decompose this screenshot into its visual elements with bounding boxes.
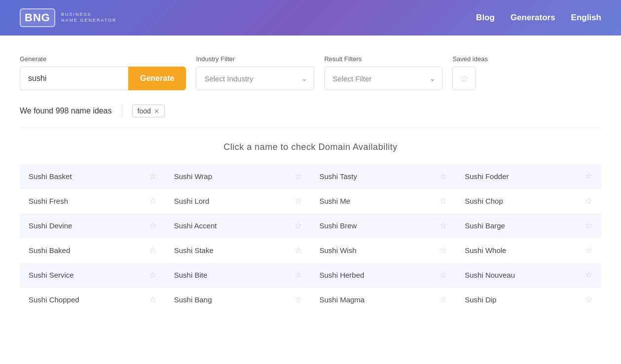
favorite-star-icon[interactable]: ☆ (585, 294, 592, 305)
name-label: Sushi Service (29, 271, 74, 279)
industry-select[interactable]: Select Industry (196, 67, 314, 90)
name-item[interactable]: Sushi Barge☆ (456, 214, 601, 238)
name-item[interactable]: Sushi Fodder☆ (456, 164, 601, 189)
favorite-star-icon[interactable]: ☆ (439, 220, 447, 231)
name-item[interactable]: Sushi Bite☆ (165, 263, 311, 288)
results-divider (122, 104, 122, 118)
name-label: Sushi Whole (465, 246, 506, 255)
name-label: Sushi Herbed (320, 271, 365, 279)
nav-english[interactable]: English (571, 13, 601, 23)
name-item[interactable]: Sushi Magma☆ (311, 288, 456, 312)
logo-sub2: NAME GENERATOR (61, 18, 117, 24)
favorite-star-icon[interactable]: ☆ (439, 171, 447, 182)
favorite-star-icon[interactable]: ☆ (585, 270, 592, 280)
active-filter-tag: food ✕ (132, 105, 165, 117)
controls-row: Generate Generate Industry Filter Select… (20, 55, 601, 90)
name-item[interactable]: Sushi Chopped☆ (20, 288, 165, 312)
results-row: We found 998 name ideas food ✕ (20, 104, 601, 118)
name-item[interactable]: Sushi Lord☆ (165, 189, 311, 214)
generate-input-row: Generate (20, 67, 186, 90)
nav-generators[interactable]: Generators (511, 13, 555, 23)
name-item[interactable]: Sushi Basket☆ (20, 164, 165, 189)
favorite-star-icon[interactable]: ☆ (294, 294, 302, 305)
name-item[interactable]: Sushi Fresh☆ (20, 189, 165, 214)
favorite-star-icon[interactable]: ☆ (149, 270, 156, 280)
filter-select[interactable]: Select Filter (324, 67, 442, 90)
name-label: Sushi Basket (29, 172, 72, 181)
saved-button[interactable]: ☆ (452, 67, 476, 90)
favorite-star-icon[interactable]: ☆ (439, 196, 447, 206)
favorite-star-icon[interactable]: ☆ (149, 245, 156, 255)
industry-group: Industry Filter Select Industry ⌄ (196, 55, 314, 90)
name-item[interactable]: Sushi Chop☆ (456, 189, 601, 214)
name-item[interactable]: Sushi Wrap☆ (165, 164, 311, 189)
favorite-star-icon[interactable]: ☆ (149, 171, 156, 182)
favorite-star-icon[interactable]: ☆ (585, 220, 592, 231)
name-label: Sushi Wrap (174, 172, 212, 181)
name-label: Sushi Accent (174, 221, 217, 230)
generate-group: Generate Generate (20, 55, 186, 90)
name-label: Sushi Nouveau (465, 271, 515, 279)
name-item[interactable]: Sushi Herbed☆ (311, 263, 456, 288)
filter-tag-close[interactable]: ✕ (154, 108, 159, 114)
name-item[interactable]: Sushi Bang☆ (165, 288, 311, 312)
favorite-star-icon[interactable]: ☆ (294, 270, 302, 280)
nav-blog[interactable]: Blog (476, 13, 495, 23)
name-label: Sushi Stake (174, 246, 214, 255)
favorite-star-icon[interactable]: ☆ (149, 196, 156, 206)
favorite-star-icon[interactable]: ☆ (294, 196, 302, 206)
name-label: Sushi Dip (465, 295, 496, 304)
name-label: Sushi Bite (174, 271, 208, 279)
name-label: Sushi Magma (320, 295, 365, 304)
favorite-star-icon[interactable]: ☆ (585, 245, 592, 255)
name-item[interactable]: Sushi Tasty☆ (311, 164, 456, 189)
favorite-star-icon[interactable]: ☆ (294, 220, 302, 231)
logo-box: BNG (20, 8, 55, 27)
name-label: Sushi Barge (465, 221, 505, 230)
generate-button[interactable]: Generate (128, 67, 186, 90)
star-icon: ☆ (460, 73, 469, 84)
name-item[interactable]: Sushi Me☆ (311, 189, 456, 214)
name-label: Sushi Devine (29, 221, 72, 230)
logo-subtitle: BUSINESS (61, 12, 117, 18)
filter-label: Result Filters (324, 55, 442, 63)
saved-group: Saved ideas ☆ (452, 55, 488, 90)
name-item[interactable]: Sushi Whole☆ (456, 238, 601, 263)
filter-select-wrapper: Select Filter ⌄ (324, 67, 442, 90)
favorite-star-icon[interactable]: ☆ (149, 220, 156, 231)
favorite-star-icon[interactable]: ☆ (149, 294, 156, 305)
name-label: Sushi Wish (320, 246, 357, 255)
name-item[interactable]: Sushi Wish☆ (311, 238, 456, 263)
name-label: Sushi Fresh (29, 197, 68, 205)
name-item[interactable]: Sushi Stake☆ (165, 238, 311, 263)
favorite-star-icon[interactable]: ☆ (585, 196, 592, 206)
favorite-star-icon[interactable]: ☆ (439, 270, 447, 280)
name-label: Sushi Lord (174, 197, 210, 205)
header: BNG BUSINESS NAME GENERATOR Blog Generat… (0, 0, 621, 36)
name-item[interactable]: Sushi Devine☆ (20, 214, 165, 238)
generate-label: Generate (20, 55, 186, 63)
favorite-star-icon[interactable]: ☆ (294, 245, 302, 255)
favorite-star-icon[interactable]: ☆ (585, 171, 592, 182)
name-label: Sushi Fodder (465, 172, 509, 181)
favorite-star-icon[interactable]: ☆ (439, 294, 447, 305)
main-nav: Blog Generators English (476, 13, 601, 23)
favorite-star-icon[interactable]: ☆ (294, 171, 302, 182)
saved-label: Saved ideas (452, 55, 488, 63)
name-item[interactable]: Sushi Nouveau☆ (456, 263, 601, 288)
name-item[interactable]: Sushi Accent☆ (165, 214, 311, 238)
name-item[interactable]: Sushi Dip☆ (456, 288, 601, 312)
results-count: We found 998 name ideas (20, 107, 112, 115)
name-item[interactable]: Sushi Brew☆ (311, 214, 456, 238)
name-label: Sushi Chopped (29, 295, 79, 304)
main-content: Generate Generate Industry Filter Select… (0, 36, 621, 322)
favorite-star-icon[interactable]: ☆ (439, 245, 447, 255)
names-grid: Sushi Basket☆Sushi Wrap☆Sushi Tasty☆Sush… (20, 164, 601, 312)
name-item[interactable]: Sushi Service☆ (20, 263, 165, 288)
generate-input[interactable] (20, 67, 128, 90)
logo-abbr: BNG (25, 11, 50, 24)
name-label: Sushi Chop (465, 197, 503, 205)
filter-tag-label: food (138, 107, 151, 115)
industry-label: Industry Filter (196, 55, 314, 63)
name-item[interactable]: Sushi Baked☆ (20, 238, 165, 263)
